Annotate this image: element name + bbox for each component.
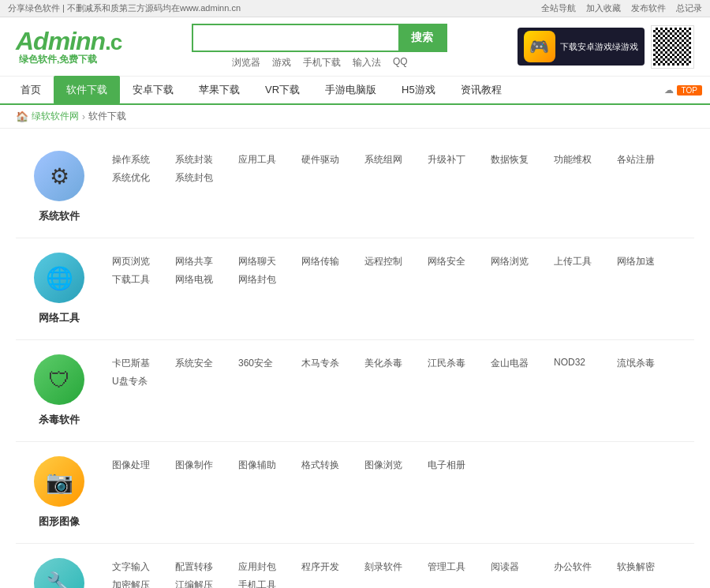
cat-link[interactable]: 系统封装: [175, 154, 213, 165]
topbar-nav-link[interactable]: 加入收藏: [586, 3, 621, 13]
cat-link[interactable]: 格式转换: [301, 459, 339, 470]
nav-item-software[interactable]: 软件下载: [54, 76, 120, 104]
list-item: 网络浏览: [481, 253, 544, 271]
header-right: 🎮 下载安卓游戏绿游戏: [518, 25, 694, 69]
nav-item-vr[interactable]: VR下载: [252, 76, 312, 104]
cat-link[interactable]: U盘专杀: [112, 376, 148, 387]
cat-link[interactable]: 网络浏览: [491, 256, 529, 267]
cat-link[interactable]: 网络传输: [301, 256, 339, 267]
cat-link[interactable]: 图像处理: [112, 459, 150, 470]
cat-link[interactable]: 图像辅助: [238, 459, 276, 470]
cat-link[interactable]: 办公软件: [554, 561, 592, 572]
nav-item-mobile[interactable]: 手游电脑版: [312, 76, 389, 104]
cat-link[interactable]: 流氓杀毒: [617, 358, 655, 369]
cat-link[interactable]: 文字输入: [112, 561, 150, 572]
list-item: 阅读器: [481, 558, 544, 576]
row-image-app: 📷 图形图像 图像处理 图像制作 图像辅助 格式转换 图像浏览 电子相册: [16, 442, 694, 544]
cat-link[interactable]: 功能维权: [554, 154, 592, 165]
cat-link[interactable]: 硬件驱动: [301, 154, 339, 165]
category-image: 📷 图形图像 图像处理 图像制作 图像辅助 格式转换 图像浏览 电子相册: [16, 442, 694, 543]
cat-link[interactable]: 网络聊天: [238, 256, 276, 267]
cat-link[interactable]: 网络加速: [617, 256, 655, 267]
cat-link[interactable]: 各站注册: [617, 154, 655, 165]
list-item: 软换解密: [607, 558, 671, 576]
search-button[interactable]: 搜索: [398, 25, 446, 51]
cat-link[interactable]: 系统优化: [112, 172, 150, 183]
list-item: 功能维权: [544, 151, 607, 169]
cat-link[interactable]: 上传工具: [554, 256, 592, 267]
cat-link[interactable]: 远程控制: [364, 256, 402, 267]
cat-link[interactable]: 网络封包: [238, 274, 276, 285]
cat-link[interactable]: 网页浏览: [112, 256, 150, 267]
cat-link[interactable]: 系统封包: [175, 172, 213, 183]
cat-link[interactable]: 网络共享: [175, 256, 213, 267]
search-link[interactable]: QQ: [393, 56, 408, 69]
search-link[interactable]: 手机下载: [303, 56, 341, 69]
cat-link[interactable]: 360安全: [238, 358, 273, 369]
cat-link[interactable]: 软换解密: [617, 561, 655, 572]
app-promo: 🎮 下载安卓游戏绿游戏: [518, 28, 645, 66]
search-link[interactable]: 游戏: [272, 56, 291, 69]
list-item: NOD32: [544, 354, 607, 373]
list-item: 卡巴斯基: [103, 354, 166, 373]
cat-link[interactable]: 程序开发: [301, 561, 339, 572]
cat-link[interactable]: 江民杀毒: [428, 358, 465, 369]
topbar-nav-link[interactable]: 总记录: [676, 3, 702, 13]
list-item: 各站注册: [607, 151, 671, 169]
cat-link[interactable]: 应用工具: [238, 154, 276, 165]
topbar-nav-link[interactable]: 全站导航: [541, 3, 576, 13]
cat-link[interactable]: NOD32: [554, 357, 585, 368]
list-item: 网络聊天: [229, 253, 292, 271]
cat-link[interactable]: 图像制作: [175, 459, 213, 470]
cat-link[interactable]: 阅读器: [491, 561, 519, 572]
logo-tagline: 绿色软件,免费下载: [19, 53, 97, 66]
cat-link[interactable]: 手机工具: [238, 579, 276, 588]
nav-item-android[interactable]: 安卓下载: [120, 76, 186, 104]
cat-link[interactable]: 江编解压: [175, 579, 213, 588]
nav-item-apple[interactable]: 苹果下载: [186, 76, 252, 104]
list-item: 操作系统: [103, 151, 166, 169]
category-system: ⚙ 系统软件 操作系统 系统封装 应用工具 硬件驱动 系统组网 升级补丁 数据恢…: [16, 137, 694, 238]
search-link[interactable]: 输入法: [353, 56, 381, 69]
cat-link[interactable]: 数据恢复: [491, 154, 529, 165]
category-app: 🔧 应用工具 文字输入 配置转移 应用封包 程序开发 刻录软件 管理工具 阅读器…: [16, 544, 694, 588]
cat-link[interactable]: 操作系统: [112, 154, 150, 165]
search-link[interactable]: 浏览器: [232, 56, 260, 69]
cat-link[interactable]: 下载工具: [112, 274, 150, 285]
nav-item-h5[interactable]: H5游戏: [389, 76, 448, 104]
cat-link[interactable]: 金山电器: [491, 358, 529, 369]
cat-link[interactable]: 配置转移: [175, 561, 213, 572]
topbar-nav-link[interactable]: 发布软件: [631, 3, 666, 13]
category-virus: 🛡 杀毒软件 卡巴斯基 系统安全 360安全 木马专杀 美化杀毒 江民杀毒 金山…: [16, 340, 694, 442]
cat-link[interactable]: 刻录软件: [364, 561, 402, 572]
cat-link[interactable]: 图像浏览: [364, 459, 402, 470]
list-item: 文字输入: [103, 558, 166, 576]
cat-link[interactable]: 升级补丁: [428, 154, 465, 165]
cat-link[interactable]: 应用封包: [238, 561, 276, 572]
list-item: 流氓杀毒: [607, 354, 671, 373]
list-item: 网络电视: [166, 271, 229, 289]
cat-link[interactable]: 电子相册: [428, 459, 465, 470]
list-item: 美化杀毒: [355, 354, 418, 373]
cat-link[interactable]: 木马专杀: [301, 358, 339, 369]
breadcrumb-sep: ›: [82, 111, 85, 122]
breadcrumb-parent[interactable]: 绿软软件网: [32, 110, 79, 123]
image-links: 图像处理 图像制作 图像辅助 格式转换 图像浏览 电子相册: [103, 456, 694, 474]
nav-item-news[interactable]: 资讯教程: [448, 76, 514, 104]
cat-link[interactable]: 美化杀毒: [364, 358, 402, 369]
category-name-system: 系统软件: [39, 209, 80, 223]
nav-item-home[interactable]: 首页: [8, 76, 54, 104]
system-icon: ⚙: [34, 151, 84, 201]
cat-link[interactable]: 加密解压: [112, 579, 150, 588]
cat-link[interactable]: 卡巴斯基: [112, 358, 150, 369]
search-box: 搜索: [192, 24, 447, 52]
cat-link[interactable]: 系统组网: [364, 154, 402, 165]
cloud-icon: ☁: [664, 84, 674, 96]
cat-link[interactable]: 管理工具: [428, 561, 465, 572]
search-input[interactable]: [193, 25, 398, 51]
list-item: 电子相册: [418, 456, 481, 474]
cat-link[interactable]: 系统安全: [175, 358, 213, 369]
list-item: 程序开发: [292, 558, 355, 576]
cat-link[interactable]: 网络安全: [428, 256, 465, 267]
cat-link[interactable]: 网络电视: [175, 274, 213, 285]
